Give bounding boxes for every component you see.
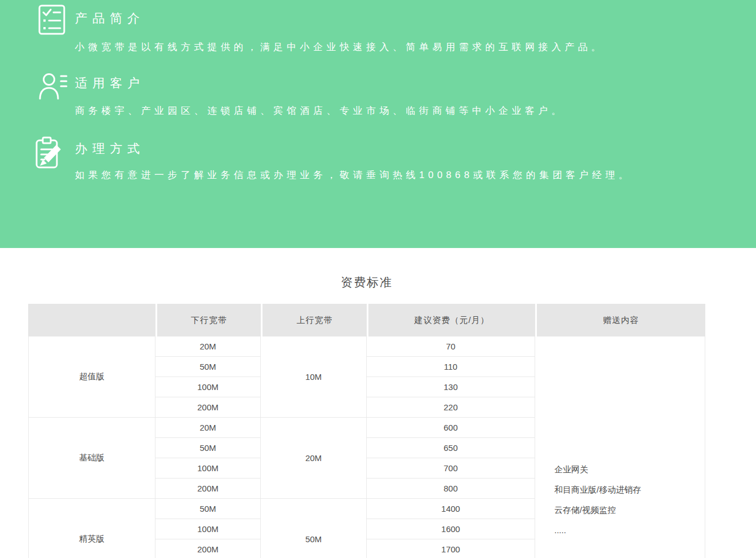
bonus-cell: 企业网关和目商业版/移动进销存云存储/视频监控..... xyxy=(535,336,705,558)
downstream-cell: 200M xyxy=(155,479,261,499)
downstream-cell: 100M xyxy=(155,458,261,479)
section-body-apply: 如果您有意进一步了解业务信息或办理业务，敬请垂询热线100868或联系您的集团客… xyxy=(75,169,728,182)
plan-cell: 超值版 xyxy=(28,336,155,418)
downstream-cell: 100M xyxy=(155,377,261,397)
table-header-row: 下行宽带 上行宽带 建议资费（元/月） 赠送内容 xyxy=(28,304,705,336)
price-cell: 130 xyxy=(367,377,535,397)
bonus-item: 云存储/视频监控 xyxy=(554,500,705,520)
table-row: 超值版20M10M70企业网关和目商业版/移动进销存云存储/视频监控..... xyxy=(28,336,705,357)
plan-cell: 基础版 xyxy=(28,418,155,499)
price-cell: 110 xyxy=(367,357,535,377)
section-body-customers: 商务楼宇、产业园区、连锁店铺、宾馆酒店、专业市场、临街商铺等中小企业客户。 xyxy=(75,104,728,118)
pricing-table: 下行宽带 上行宽带 建议资费（元/月） 赠送内容 超值版20M10M70企业网关… xyxy=(28,304,705,558)
bonus-item: 和目商业版/移动进销存 xyxy=(554,480,705,500)
upstream-cell: 20M xyxy=(261,418,367,499)
header-upstream: 上行宽带 xyxy=(261,304,367,336)
plan-cell: 精英版 xyxy=(28,499,155,558)
price-cell: 1700 xyxy=(367,539,535,558)
section-title-apply: 办理方式 xyxy=(75,140,145,157)
section-title-product-intro: 产品简介 xyxy=(75,10,145,27)
bonus-item: 企业网关 xyxy=(554,459,705,480)
header-bonus: 赠送内容 xyxy=(535,304,705,336)
product-page: 产品简介 小微宽带是以有线方式提供的，满足中小企业快速接入、简单易用需求的互联网… xyxy=(0,0,756,558)
downstream-cell: 50M xyxy=(155,499,261,519)
header-downstream: 下行宽带 xyxy=(155,304,261,336)
header-plan xyxy=(28,304,155,336)
pricing-table-title: 资费标准 xyxy=(28,274,705,290)
pricing-table-body: 超值版20M10M70企业网关和目商业版/移动进销存云存储/视频监控.....5… xyxy=(28,336,705,558)
bonus-content: 企业网关和目商业版/移动进销存云存储/视频监控..... xyxy=(535,459,705,541)
downstream-cell: 50M xyxy=(155,357,261,377)
upstream-cell: 50M xyxy=(261,499,367,558)
header-price: 建议资费（元/月） xyxy=(367,304,535,336)
downstream-cell: 50M xyxy=(155,438,261,458)
bonus-item: ..... xyxy=(554,520,705,541)
downstream-cell: 20M xyxy=(155,336,261,357)
price-cell: 70 xyxy=(367,336,535,357)
price-cell: 800 xyxy=(367,479,535,499)
downstream-cell: 200M xyxy=(155,397,261,418)
upstream-cell: 10M xyxy=(261,336,367,418)
price-cell: 700 xyxy=(367,458,535,479)
downstream-cell: 200M xyxy=(155,539,261,558)
price-cell: 600 xyxy=(367,418,535,438)
apply-form-icon xyxy=(35,136,64,171)
section-title-customers: 适用客户 xyxy=(75,75,145,92)
price-cell: 220 xyxy=(367,397,535,418)
price-cell: 1400 xyxy=(367,499,535,519)
checklist-icon xyxy=(38,5,65,37)
product-intro-banner: 产品简介 小微宽带是以有线方式提供的，满足中小企业快速接入、简单易用需求的互联网… xyxy=(0,0,756,248)
downstream-cell: 20M xyxy=(155,418,261,438)
price-cell: 1600 xyxy=(367,519,535,539)
price-cell: 650 xyxy=(367,438,535,458)
downstream-cell: 100M xyxy=(155,519,261,539)
section-body-product-intro: 小微宽带是以有线方式提供的，满足中小企业快速接入、简单易用需求的互联网接入产品。 xyxy=(75,41,728,54)
customer-icon xyxy=(37,72,68,103)
